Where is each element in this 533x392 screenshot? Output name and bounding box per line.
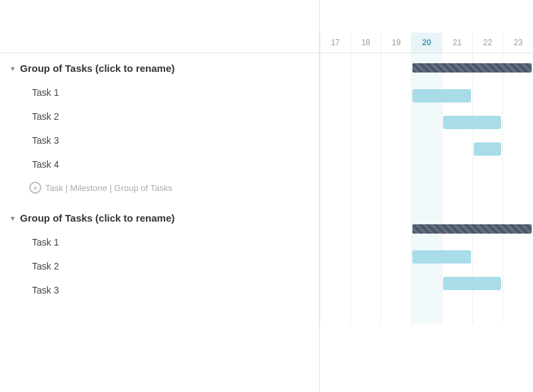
- task-row-0-1: Task 2: [0, 104, 319, 128]
- gantt-grid-col-4: [442, 297, 472, 323]
- gantt-grid-col-3: [411, 109, 442, 136]
- gantt-col-header-22: 22: [472, 33, 503, 53]
- task-row-1-0: Task 1: [0, 230, 319, 254]
- gantt-body: [320, 53, 533, 323]
- gantt-row-task-1-1: [320, 270, 533, 297]
- gantt-grid-col-2: [380, 189, 411, 214]
- gantt-grid-col-6: [502, 244, 533, 270]
- gantt-grid-col-3: [411, 297, 442, 323]
- gantt-grid-col-6: [502, 270, 533, 297]
- task-row-0-3: Task 4: [0, 152, 319, 176]
- task-row-0-2: Task 3: [0, 128, 319, 152]
- gantt-grid-col-6: [502, 83, 533, 109]
- gantt-grid-col-1: [350, 162, 381, 189]
- add-task-row-0[interactable]: + Task | Milestone | Group of Tasks: [0, 176, 319, 203]
- gantt-grid-col-0: [320, 83, 350, 109]
- gantt-grid-col-1: [350, 83, 381, 109]
- gantt-grid-col-4: [442, 162, 472, 189]
- gantt-grid-col-1: [350, 53, 381, 83]
- gantt-header: 17181920212223: [320, 0, 533, 53]
- gantt-row-task-0-3: [320, 162, 533, 189]
- gantt-grid-col-2: [380, 83, 411, 109]
- left-panel: ▾ Group of Tasks (click to rename) Task …: [0, 0, 320, 392]
- gantt-grid-col-0: [320, 189, 350, 214]
- gantt-grid-col-1: [350, 244, 381, 270]
- group-label-1: Group of Tasks (click to rename): [20, 212, 175, 224]
- gantt-grid-col-6: [502, 297, 533, 323]
- gantt-grid-col-3: [411, 189, 442, 214]
- gantt-row-add-0: [320, 189, 533, 214]
- gantt-col-headers: 17181920212223: [320, 33, 533, 53]
- gantt-grid-col-1: [350, 297, 381, 323]
- gantt-grid-col-4: [442, 189, 472, 214]
- gantt-row-task-0-0: [320, 83, 533, 109]
- gantt-row-task-1-0: [320, 244, 533, 270]
- gantt-group-bar[interactable]: [412, 63, 532, 73]
- gantt-row-task-0-1: [320, 109, 533, 136]
- gantt-grid-col-6: [502, 162, 533, 189]
- add-icon: +: [29, 182, 41, 194]
- gantt-task-bar[interactable]: [443, 116, 501, 129]
- gantt-grid-col-1: [350, 136, 381, 162]
- task-row-0-0: Task 1: [0, 81, 319, 104]
- task-row-1-2: Task 3: [0, 278, 319, 302]
- gantt-grid-col-0: [320, 53, 350, 83]
- gantt-grid-col-5: [472, 244, 503, 270]
- gantt-grid-col-0: [320, 136, 350, 162]
- task-list: ▾ Group of Tasks (click to rename) Task …: [0, 53, 319, 302]
- app-container: ▾ Group of Tasks (click to rename) Task …: [0, 0, 533, 392]
- gantt-task-bar[interactable]: [474, 142, 502, 156]
- gantt-grid-col-2: [380, 297, 411, 323]
- gantt-grid-col-1: [350, 189, 381, 214]
- gantt-grid-col-5: [472, 83, 503, 109]
- gantt-row-group-0: [320, 53, 533, 83]
- gantt-row-task-1-2: [320, 297, 533, 323]
- gantt-grid-col-1: [350, 214, 381, 244]
- gantt-grid-col-2: [380, 244, 411, 270]
- gantt-grid-col-1: [350, 109, 381, 136]
- group-header-1[interactable]: ▾ Group of Tasks (click to rename): [0, 203, 319, 230]
- task-row-1-1: Task 2: [0, 254, 319, 278]
- gantt-task-bar[interactable]: [412, 89, 470, 102]
- gantt-grid-col-0: [320, 297, 350, 323]
- gantt-grid-col-4: [442, 136, 472, 162]
- gantt-row-task-0-2: [320, 136, 533, 162]
- gantt-col-header-23: 23: [502, 33, 533, 53]
- gantt-col-header-21: 21: [442, 33, 472, 53]
- project-title-row: [0, 0, 319, 53]
- gantt-row-group-1: [320, 214, 533, 244]
- chevron-icon: ▾: [11, 214, 15, 223]
- gantt-grid-col-5: [472, 162, 503, 189]
- gantt-grid-col-1: [350, 270, 381, 297]
- gantt-grid-col-0: [320, 244, 350, 270]
- gantt-grid-col-2: [380, 136, 411, 162]
- gantt-col-header-18: 18: [350, 33, 381, 53]
- gantt-panel: 17181920212223: [320, 0, 533, 392]
- gantt-grid-col-6: [502, 136, 533, 162]
- gantt-grid-col-0: [320, 162, 350, 189]
- group-header-0[interactable]: ▾ Group of Tasks (click to rename): [0, 53, 319, 81]
- gantt-grid-col-3: [411, 270, 442, 297]
- gantt-grid-col-3: [411, 136, 442, 162]
- chevron-icon: ▾: [11, 64, 15, 73]
- gantt-grid-col-2: [380, 162, 411, 189]
- gantt-task-bar[interactable]: [443, 277, 501, 290]
- gantt-grid-col-6: [502, 189, 533, 214]
- gantt-group-bar[interactable]: [412, 224, 532, 234]
- add-task-label: Task | Milestone | Group of Tasks: [45, 183, 173, 193]
- gantt-col-header-17: 17: [320, 33, 350, 53]
- gantt-task-bar[interactable]: [412, 250, 470, 264]
- gantt-grid-col-0: [320, 109, 350, 136]
- gantt-grid-col-0: [320, 270, 350, 297]
- gantt-grid-col-2: [380, 214, 411, 244]
- gantt-col-header-20: 20: [411, 33, 442, 53]
- group-label-0: Group of Tasks (click to rename): [20, 63, 175, 74]
- gantt-grid-col-2: [380, 53, 411, 83]
- gantt-grid-col-6: [502, 109, 533, 136]
- gantt-grid-col-2: [380, 270, 411, 297]
- gantt-grid-col-3: [411, 162, 442, 189]
- gantt-grid-col-0: [320, 214, 350, 244]
- gantt-grid-col-5: [472, 297, 503, 323]
- gantt-col-header-19: 19: [380, 33, 411, 53]
- gantt-grid-col-5: [472, 189, 503, 214]
